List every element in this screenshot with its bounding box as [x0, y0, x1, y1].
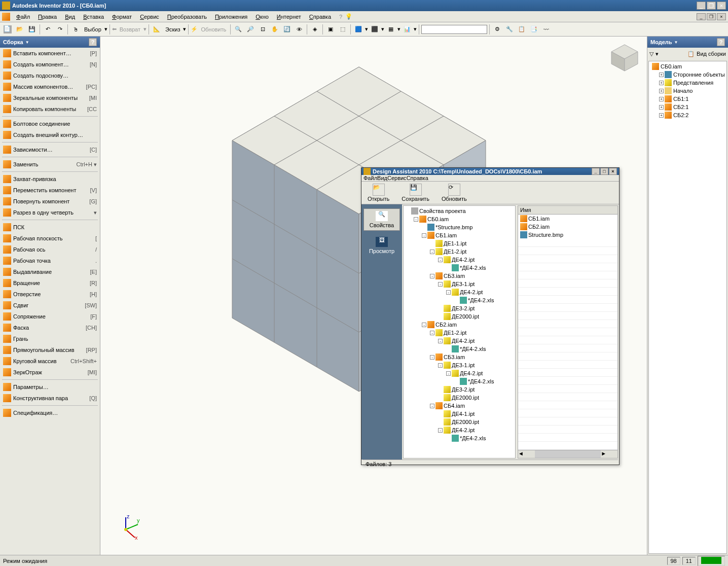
- da-tree-node[interactable]: *Structure.bmp: [405, 223, 514, 231]
- command-item[interactable]: ЗеркОтраж[MI]: [0, 367, 100, 378]
- da-tree-node[interactable]: -ДЕ4-2.ipt: [405, 337, 514, 345]
- new-button[interactable]: 📄: [2, 24, 13, 35]
- command-item[interactable]: Отверстие[H]: [0, 289, 100, 300]
- menu-окно[interactable]: Окно: [251, 13, 273, 21]
- da-list-header[interactable]: Имя: [518, 206, 617, 215]
- tree-node[interactable]: +Представления: [650, 79, 725, 87]
- expander-icon[interactable]: +: [659, 81, 664, 85]
- expander-icon[interactable]: -: [414, 217, 418, 222]
- da-tree-node[interactable]: -ДЕ4-2.ipt: [405, 288, 514, 296]
- command-item[interactable]: ЗаменитьCtrl+H ▾: [0, 159, 100, 170]
- tool-b-button[interactable]: 🔧: [504, 24, 515, 35]
- sidebar-header[interactable]: Сборка ▼ ?: [0, 37, 100, 48]
- command-item[interactable]: Массив компонентов…[PC]: [0, 81, 100, 92]
- panel-help-button[interactable]: ?: [89, 38, 97, 46]
- sketch-dropdown[interactable]: ▾: [183, 26, 186, 32]
- command-item[interactable]: Конструктивная пара[Q]: [0, 393, 100, 404]
- command-item[interactable]: Создать внешний контур…: [0, 129, 100, 140]
- expander-icon[interactable]: -: [438, 428, 443, 433]
- command-item[interactable]: Зависимости…[C]: [0, 144, 100, 155]
- da-tree-node[interactable]: *ДЕ4-2.xls: [405, 264, 514, 272]
- doc-minimize-button[interactable]: _: [697, 13, 706, 20]
- da-tree-node[interactable]: *ДЕ4-2.xls: [405, 377, 514, 385]
- shadow-button[interactable]: ⬛: [369, 24, 380, 35]
- command-item[interactable]: Вращение[R]: [0, 277, 100, 289]
- da-maximize-button[interactable]: □: [600, 168, 608, 175]
- command-item[interactable]: Прямоугольный массив[RP]: [0, 344, 100, 356]
- wf-button[interactable]: ▣: [325, 24, 336, 35]
- shadow-dropdown[interactable]: ▾: [381, 26, 384, 32]
- redo-button[interactable]: ↷: [54, 24, 65, 35]
- da-properties-button[interactable]: 🔍 Свойства: [363, 208, 400, 231]
- model-panel-header[interactable]: Модель ▼ ?: [647, 37, 728, 48]
- da-tree-node[interactable]: ДЕ1-1.ipt: [405, 239, 514, 247]
- da-tree-node[interactable]: -СБ4.iam: [405, 402, 514, 410]
- da-tree-node[interactable]: ДЕ3-2.ipt: [405, 304, 514, 312]
- command-item[interactable]: Рабочая ось/: [0, 244, 100, 255]
- expander-icon[interactable]: -: [422, 233, 426, 238]
- da-tree-node[interactable]: *ДЕ4-2.xls: [405, 345, 514, 353]
- da-refresh-button[interactable]: ⟳ Обновить: [440, 183, 469, 203]
- da-file-item[interactable]: СБ2.iam: [518, 223, 617, 231]
- model-help-button[interactable]: ?: [717, 38, 725, 46]
- da-tree-node[interactable]: -СБ3.iam: [405, 272, 514, 280]
- shade-button[interactable]: 🟦: [353, 24, 364, 35]
- tool-a-button[interactable]: ⚙: [492, 24, 503, 35]
- command-item[interactable]: Переместить компонент[V]: [0, 185, 100, 196]
- maximize-button[interactable]: ❐: [707, 2, 716, 10]
- command-item[interactable]: Фаска[CH]: [0, 322, 100, 333]
- save-button[interactable]: 💾: [26, 24, 38, 35]
- da-tree-node[interactable]: -СБ2.iam: [405, 321, 514, 329]
- analyze-button[interactable]: 📊: [402, 24, 413, 35]
- da-titlebar[interactable]: Design Assistant 2010 C:\Temp\Unloaded_D…: [361, 168, 619, 175]
- look-button[interactable]: 👁: [294, 24, 305, 35]
- menu-справка[interactable]: Справка: [305, 13, 335, 21]
- command-item[interactable]: Параметры…: [0, 381, 100, 393]
- doc-close-button[interactable]: ×: [717, 13, 726, 20]
- sketch-button[interactable]: 📐: [151, 24, 162, 35]
- da-menu-вид[interactable]: Вид: [377, 175, 387, 181]
- da-minimize-button[interactable]: _: [592, 168, 600, 175]
- select-button[interactable]: 🖱: [70, 24, 81, 35]
- viewcube[interactable]: [608, 43, 641, 73]
- expander-icon[interactable]: -: [430, 274, 434, 278]
- da-tree-node[interactable]: *ДЕ4-2.xls: [405, 296, 514, 304]
- menu-вставка[interactable]: Вставка: [79, 13, 108, 21]
- zoom-win-button[interactable]: ⊡: [257, 24, 268, 35]
- da-tree-node[interactable]: Свойства проекта: [405, 207, 514, 215]
- undo-button[interactable]: ↶: [42, 24, 53, 35]
- close-button[interactable]: ×: [717, 2, 726, 10]
- da-file-item[interactable]: СБ1.iam: [518, 215, 617, 223]
- expander-icon[interactable]: -: [422, 323, 426, 327]
- expander-icon[interactable]: -: [430, 355, 434, 360]
- da-close-button[interactable]: ×: [609, 168, 617, 175]
- tree-node[interactable]: +Начало: [650, 87, 725, 95]
- da-tree-node[interactable]: -ДЕ4-2.ipt: [405, 256, 514, 264]
- doc-maximize-button[interactable]: ❐: [707, 13, 716, 20]
- view-icon[interactable]: 📋: [687, 51, 695, 57]
- command-item[interactable]: Выдавливание[E]: [0, 266, 100, 277]
- zoom-sel-button[interactable]: 🔎: [245, 24, 256, 35]
- persp-dropdown[interactable]: ▾: [397, 26, 401, 32]
- command-item[interactable]: Рабочая плоскость[: [0, 233, 100, 244]
- return-dropdown[interactable]: ▾: [143, 26, 147, 32]
- open-button[interactable]: 📂: [14, 24, 25, 35]
- command-item[interactable]: Создать подоснову…: [0, 70, 100, 81]
- expander-icon[interactable]: -: [438, 363, 443, 368]
- da-tree-node[interactable]: *ДЕ4-2.xls: [405, 434, 514, 442]
- expander-icon[interactable]: -: [446, 371, 451, 376]
- menu-преобразовать[interactable]: Преобразовать: [163, 13, 211, 21]
- command-item[interactable]: Создать компонент…[N]: [0, 59, 100, 70]
- command-item[interactable]: Сдвиг[SW]: [0, 300, 100, 311]
- orbit-button[interactable]: 🔄: [281, 24, 293, 35]
- da-preview-button[interactable]: 🖼 Просмотр: [363, 235, 400, 256]
- filter-icon[interactable]: ▽: [649, 51, 653, 57]
- help-icon[interactable]: ?: [339, 14, 342, 20]
- command-item[interactable]: Сопряжение[F]: [0, 311, 100, 322]
- shade-dropdown[interactable]: ▾: [365, 26, 368, 32]
- expander-icon[interactable]: +: [659, 73, 664, 77]
- da-tree-node[interactable]: ДЕ4-1.ipt: [405, 410, 514, 418]
- tree-node[interactable]: +Сторонние объекты: [650, 70, 725, 79]
- command-item[interactable]: Копировать компоненты[CC: [0, 103, 100, 115]
- da-save-button[interactable]: 💾 Сохранить: [399, 183, 431, 203]
